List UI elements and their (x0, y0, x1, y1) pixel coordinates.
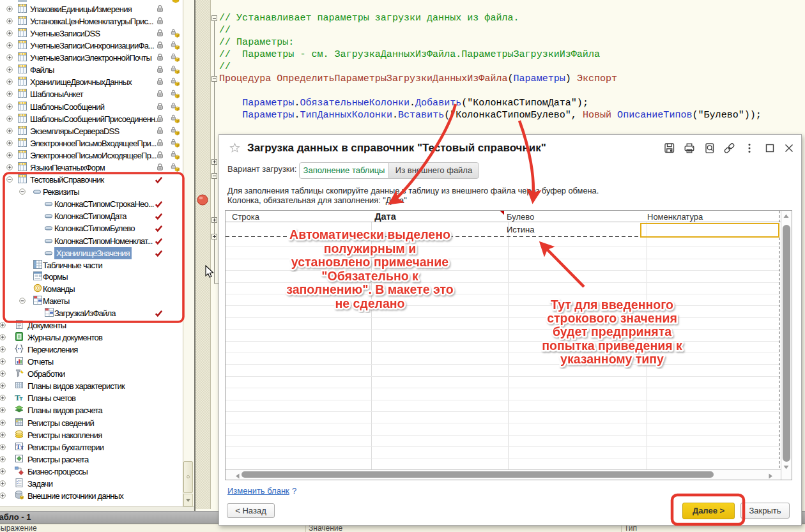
svg-text:Tт: Tт (16, 443, 24, 450)
svg-text:т: т (20, 395, 23, 402)
